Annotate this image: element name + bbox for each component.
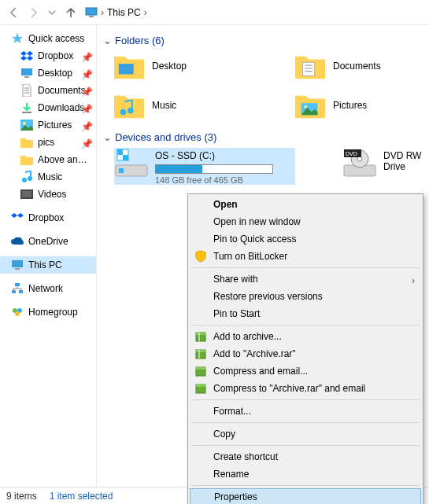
ctx-format[interactable]: Format... xyxy=(190,403,421,420)
video-icon xyxy=(20,188,33,200)
documents-folder-icon xyxy=(295,51,325,81)
sidebar-item-label: Dropbox xyxy=(28,212,91,223)
ctx-bitlocker[interactable]: Turn on BitLocker xyxy=(190,248,421,265)
drive-name: DVD RW Drive xyxy=(383,150,429,172)
svg-rect-36 xyxy=(123,155,128,160)
drive-c[interactable]: OS - SSD (C:) 148 GB free of 465 GB xyxy=(114,148,295,185)
star-icon xyxy=(11,32,24,45)
sidebar-quick-access[interactable]: Quick access xyxy=(0,30,96,47)
svg-rect-7 xyxy=(21,68,32,75)
ctx-open-new-window[interactable]: Open in new window xyxy=(190,213,421,230)
folder-label: Desktop xyxy=(152,61,187,72)
desktop-icon xyxy=(20,67,33,79)
ctx-separator xyxy=(191,445,420,446)
nav-up-icon[interactable] xyxy=(61,3,80,22)
sidebar-item-label: Network xyxy=(28,283,91,294)
ctx-add-to-archive[interactable]: Add to archive... xyxy=(190,328,421,345)
nav-back-icon[interactable] xyxy=(5,3,24,22)
svg-rect-26 xyxy=(119,64,134,74)
ctx-rename[interactable]: Rename xyxy=(190,465,421,483)
ctx-properties[interactable]: Properties xyxy=(190,488,421,504)
ctx-share-with[interactable]: Share with › xyxy=(190,270,421,288)
folder-music[interactable]: Music xyxy=(114,90,248,120)
sidebar-item-label: Videos xyxy=(38,189,91,200)
ctx-label: Add to "Archive.rar" xyxy=(213,348,296,359)
pin-icon: 📌 xyxy=(81,52,93,63)
pin-icon: 📌 xyxy=(81,121,93,132)
section-title: Devices and drives (3) xyxy=(115,131,216,143)
sidebar-item-above-beyond[interactable]: Above and Beyond xyxy=(0,151,96,168)
folders-section-header[interactable]: ⌄ Folders (6) xyxy=(103,35,429,46)
sidebar-item-pictures[interactable]: Pictures 📌 xyxy=(0,116,96,134)
sidebar-item-documents[interactable]: Documents 📌 xyxy=(0,82,96,99)
ctx-label: Open xyxy=(213,199,238,210)
folder-icon xyxy=(20,136,33,149)
context-menu: Open Open in new window Pin to Quick acc… xyxy=(187,193,423,504)
svg-rect-49 xyxy=(196,384,205,387)
dropbox-icon xyxy=(11,212,24,224)
archive-icon xyxy=(194,330,207,343)
svg-rect-33 xyxy=(119,168,124,173)
homegroup-icon xyxy=(11,306,24,318)
ctx-label: Format... xyxy=(213,406,251,417)
ctx-create-shortcut[interactable]: Create shortcut xyxy=(190,448,421,465)
svg-marker-6 xyxy=(27,56,33,61)
picture-icon xyxy=(20,119,33,131)
ctx-open[interactable]: Open xyxy=(190,196,421,213)
folder-documents[interactable]: Documents xyxy=(295,51,429,81)
folder-label: Music xyxy=(152,100,176,111)
ctx-compress-email[interactable]: Compress and email... xyxy=(190,362,421,380)
nav-dropdown-icon[interactable] xyxy=(43,3,61,22)
dropbox-icon xyxy=(20,50,33,62)
ctx-label: Turn on BitLocker xyxy=(213,251,287,262)
chevron-right-icon: › xyxy=(412,275,415,286)
document-icon xyxy=(20,84,33,97)
breadcrumb[interactable]: › This PC › xyxy=(85,6,147,19)
sidebar-item-label: OneDrive xyxy=(28,236,91,247)
sidebar-homegroup[interactable]: Homegroup xyxy=(0,304,96,321)
nav-forward-icon[interactable] xyxy=(24,3,43,22)
svg-point-31 xyxy=(304,105,307,109)
ctx-label: Compress to "Archive.rar" and email xyxy=(213,383,365,394)
ctx-copy[interactable]: Copy xyxy=(190,425,421,443)
sidebar-item-videos[interactable]: Videos xyxy=(0,186,96,203)
sidebar-item-pics[interactable]: pics 📌 xyxy=(0,134,96,151)
status-items: 9 items xyxy=(6,491,37,502)
ctx-restore-versions[interactable]: Restore previous versions xyxy=(190,288,421,305)
svg-rect-43 xyxy=(196,333,205,335)
ctx-label: Open in new window xyxy=(213,216,301,227)
monitor-icon xyxy=(85,6,98,19)
ctx-compress-rar-email[interactable]: Compress to "Archive.rar" and email xyxy=(190,380,421,397)
archive-icon xyxy=(194,382,207,395)
music-icon xyxy=(20,171,33,183)
breadcrumb-title[interactable]: This PC xyxy=(107,7,141,18)
svg-rect-20 xyxy=(15,283,20,286)
folder-pictures[interactable]: Pictures xyxy=(295,90,429,120)
svg-point-13 xyxy=(28,176,32,181)
sidebar-item-dropbox[interactable]: Dropbox 📌 xyxy=(0,47,96,64)
sidebar-item-music[interactable]: Music xyxy=(0,168,96,186)
ctx-label: Pin to Quick access xyxy=(213,234,296,245)
pin-icon: 📌 xyxy=(81,138,93,149)
sidebar-network[interactable]: Network xyxy=(0,280,96,297)
ctx-separator xyxy=(191,267,420,268)
ctx-pin-start[interactable]: Pin to Start xyxy=(190,305,421,322)
drive-name: OS - SSD (C:) xyxy=(155,150,295,161)
ctx-label: Properties xyxy=(214,491,257,502)
sidebar-dropbox-root[interactable]: Dropbox xyxy=(0,209,96,226)
drive-dvd[interactable]: DVD DVD RW Drive xyxy=(342,148,429,185)
sidebar-item-downloads[interactable]: Downloads 📌 xyxy=(0,99,96,116)
svg-rect-8 xyxy=(24,76,29,78)
svg-marker-16 xyxy=(11,213,17,218)
svg-rect-35 xyxy=(117,149,123,155)
sidebar-onedrive[interactable]: OneDrive xyxy=(0,233,96,250)
ctx-add-to-archive-rar[interactable]: Add to "Archive.rar" xyxy=(190,345,421,362)
sidebar-this-pc[interactable]: This PC xyxy=(0,256,96,274)
folder-desktop[interactable]: Desktop xyxy=(114,51,248,81)
devices-section-header[interactable]: ⌄ Devices and drives (3) xyxy=(103,131,429,143)
svg-marker-4 xyxy=(27,51,33,56)
ctx-pin-quick-access[interactable]: Pin to Quick access xyxy=(190,230,421,248)
sidebar-item-desktop[interactable]: Desktop 📌 xyxy=(0,64,96,82)
monitor-icon xyxy=(11,259,24,271)
svg-marker-3 xyxy=(20,51,27,56)
